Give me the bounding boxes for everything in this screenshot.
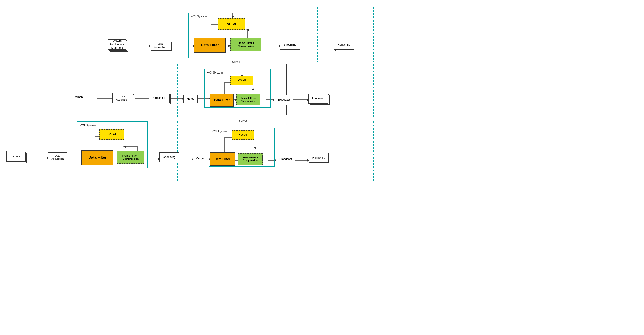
voi-ai-r2: VOI AI (230, 76, 253, 85)
data-acquisition-node-r1: DataAcquisition (150, 40, 173, 52)
camera-node-r1: System Architecture Diagrams (108, 39, 130, 53)
data-filter-r2: Data Filter (210, 94, 234, 107)
streaming-node-r2: Streaming (149, 93, 172, 105)
streaming-node-r1: Streaming (280, 40, 304, 51)
voi-system-label-r3-right: VOI System (212, 130, 228, 133)
streaming-node-r3: Streaming (159, 152, 182, 164)
data-acquisition-node-r3: DataAcquisition (48, 152, 70, 164)
diagram-container: System Architecture Diagrams DataAcquisi… (0, 0, 644, 335)
frame-filter-r3-right: Frame Filter +Compression (238, 153, 263, 165)
data-acquisition-node-r2: DataAcquisition (112, 93, 135, 105)
server-label-r2: Server (232, 60, 240, 63)
server-label-r3: Server (239, 119, 247, 122)
voi-ai-r3-right: VOI AI (232, 130, 254, 140)
rendering-node-r3: Rendering (309, 153, 332, 165)
camera-node-r2: camera (70, 92, 92, 106)
voi-ai-r3-local: VOI AI (99, 129, 124, 140)
broadcast-node-r3: Broadcast (276, 154, 295, 164)
voi-system-label-r3-local: VOI System (80, 123, 96, 127)
frame-filter-r2: Frame Filter +Compression (236, 94, 260, 105)
rendering-node-r2: Rendering (308, 94, 331, 105)
voi-system-label-r1: VOI System (191, 15, 207, 18)
rendering-node-r1: Rendering (334, 40, 358, 51)
data-filter-r3-local: Data Filter (82, 150, 114, 165)
voi-system-label-r2: VOI System (207, 71, 223, 74)
camera-node-r3: camera (6, 151, 28, 165)
data-filter-r1: Data Filter (194, 38, 226, 53)
frame-filter-r3-local: Frame Filter +Compression (117, 151, 144, 164)
broadcast-node-r2: Broadcast (274, 95, 294, 105)
voi-ai-r1: VOI AI (218, 18, 245, 30)
frame-filter-r1: Frame Filter +Compression (230, 38, 261, 51)
data-filter-r3-right: Data Filter (210, 152, 235, 166)
